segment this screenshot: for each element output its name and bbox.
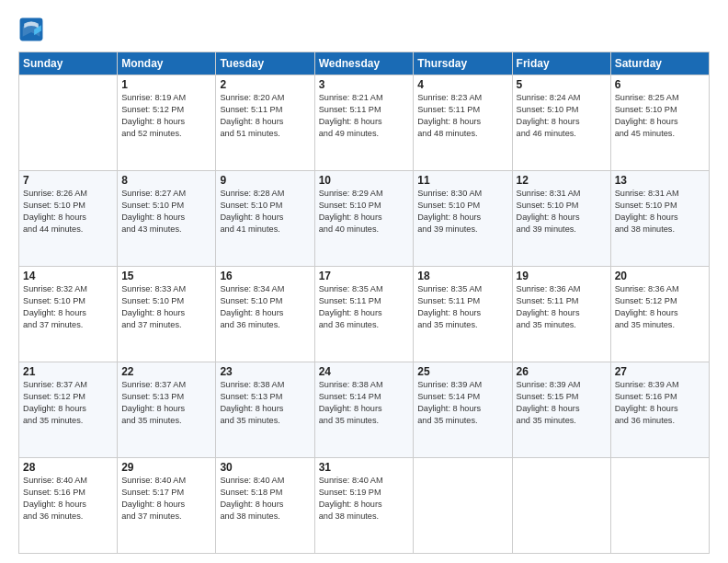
calendar-week-5: 28Sunrise: 8:40 AM Sunset: 5:16 PM Dayli… <box>19 458 710 554</box>
page: SundayMondayTuesdayWednesdayThursdayFrid… <box>0 0 728 563</box>
day-number: 19 <box>517 270 607 282</box>
calendar-header-friday: Friday <box>512 52 610 75</box>
day-number: 3 <box>319 78 410 91</box>
cell-info: Sunrise: 8:35 AM Sunset: 5:11 PM Dayligh… <box>319 283 410 331</box>
day-number: 9 <box>220 174 310 187</box>
cell-info: Sunrise: 8:25 AM Sunset: 5:10 PM Dayligh… <box>615 92 705 140</box>
calendar-cell: 17Sunrise: 8:35 AM Sunset: 5:11 PM Dayli… <box>314 267 414 362</box>
calendar-cell: 28Sunrise: 8:40 AM Sunset: 5:16 PM Dayli… <box>19 458 118 554</box>
cell-info: Sunrise: 8:40 AM Sunset: 5:16 PM Dayligh… <box>23 475 113 523</box>
day-number: 29 <box>121 461 211 474</box>
calendar-cell <box>19 75 118 171</box>
day-number: 10 <box>319 174 410 187</box>
calendar-cell: 15Sunrise: 8:33 AM Sunset: 5:10 PM Dayli… <box>118 267 216 362</box>
calendar-cell: 18Sunrise: 8:35 AM Sunset: 5:11 PM Dayli… <box>414 267 512 362</box>
cell-info: Sunrise: 8:34 AM Sunset: 5:10 PM Dayligh… <box>220 283 310 331</box>
calendar-cell: 1Sunrise: 8:19 AM Sunset: 5:12 PM Daylig… <box>118 75 216 171</box>
calendar-cell: 31Sunrise: 8:40 AM Sunset: 5:19 PM Dayli… <box>314 458 414 554</box>
calendar-header-tuesday: Tuesday <box>216 52 314 75</box>
cell-info: Sunrise: 8:27 AM Sunset: 5:10 PM Dayligh… <box>121 188 211 236</box>
calendar-cell: 4Sunrise: 8:23 AM Sunset: 5:11 PM Daylig… <box>414 75 512 171</box>
calendar-header-sunday: Sunday <box>19 52 118 75</box>
calendar-week-3: 14Sunrise: 8:32 AM Sunset: 5:10 PM Dayli… <box>19 267 710 362</box>
cell-info: Sunrise: 8:37 AM Sunset: 5:12 PM Dayligh… <box>23 379 113 427</box>
day-number: 5 <box>517 78 607 91</box>
cell-info: Sunrise: 8:28 AM Sunset: 5:10 PM Dayligh… <box>220 188 310 236</box>
calendar-cell <box>512 458 610 554</box>
calendar-cell: 6Sunrise: 8:25 AM Sunset: 5:10 PM Daylig… <box>610 75 709 171</box>
calendar-header-thursday: Thursday <box>414 52 512 75</box>
calendar-cell: 20Sunrise: 8:36 AM Sunset: 5:12 PM Dayli… <box>610 267 709 362</box>
day-number: 2 <box>220 78 310 91</box>
day-number: 31 <box>319 461 410 474</box>
cell-info: Sunrise: 8:30 AM Sunset: 5:10 PM Dayligh… <box>417 188 507 236</box>
calendar-cell: 19Sunrise: 8:36 AM Sunset: 5:11 PM Dayli… <box>512 267 610 362</box>
calendar-cell: 25Sunrise: 8:39 AM Sunset: 5:14 PM Dayli… <box>414 362 512 458</box>
calendar-cell <box>414 458 512 554</box>
cell-info: Sunrise: 8:40 AM Sunset: 5:18 PM Dayligh… <box>220 475 310 523</box>
logo-icon <box>18 17 44 42</box>
calendar-cell: 12Sunrise: 8:31 AM Sunset: 5:10 PM Dayli… <box>512 171 610 267</box>
calendar-cell: 14Sunrise: 8:32 AM Sunset: 5:10 PM Dayli… <box>19 267 118 362</box>
calendar-week-4: 21Sunrise: 8:37 AM Sunset: 5:12 PM Dayli… <box>19 362 710 458</box>
cell-info: Sunrise: 8:33 AM Sunset: 5:10 PM Dayligh… <box>121 283 211 331</box>
cell-info: Sunrise: 8:32 AM Sunset: 5:10 PM Dayligh… <box>23 283 113 331</box>
calendar-cell: 26Sunrise: 8:39 AM Sunset: 5:15 PM Dayli… <box>512 362 610 458</box>
calendar-cell: 2Sunrise: 8:20 AM Sunset: 5:11 PM Daylig… <box>216 75 314 171</box>
day-number: 14 <box>23 270 113 282</box>
calendar-cell: 10Sunrise: 8:29 AM Sunset: 5:10 PM Dayli… <box>314 171 414 267</box>
calendar-week-2: 7Sunrise: 8:26 AM Sunset: 5:10 PM Daylig… <box>19 171 710 267</box>
calendar-cell: 22Sunrise: 8:37 AM Sunset: 5:13 PM Dayli… <box>118 362 216 458</box>
cell-info: Sunrise: 8:23 AM Sunset: 5:11 PM Dayligh… <box>417 92 507 140</box>
day-number: 26 <box>517 365 607 378</box>
cell-info: Sunrise: 8:36 AM Sunset: 5:12 PM Dayligh… <box>615 283 705 331</box>
day-number: 30 <box>220 461 310 474</box>
cell-info: Sunrise: 8:39 AM Sunset: 5:14 PM Dayligh… <box>417 379 507 427</box>
day-number: 8 <box>121 174 211 187</box>
day-number: 11 <box>417 174 507 187</box>
calendar-table: SundayMondayTuesdayWednesdayThursdayFrid… <box>18 52 710 554</box>
day-number: 16 <box>220 270 310 282</box>
cell-info: Sunrise: 8:37 AM Sunset: 5:13 PM Dayligh… <box>121 379 211 427</box>
calendar-cell: 8Sunrise: 8:27 AM Sunset: 5:10 PM Daylig… <box>118 171 216 267</box>
cell-info: Sunrise: 8:24 AM Sunset: 5:10 PM Dayligh… <box>517 92 607 140</box>
calendar-header-row: SundayMondayTuesdayWednesdayThursdayFrid… <box>19 52 710 75</box>
cell-info: Sunrise: 8:39 AM Sunset: 5:15 PM Dayligh… <box>517 379 607 427</box>
calendar-cell: 3Sunrise: 8:21 AM Sunset: 5:11 PM Daylig… <box>314 75 414 171</box>
calendar-header-saturday: Saturday <box>610 52 709 75</box>
cell-info: Sunrise: 8:36 AM Sunset: 5:11 PM Dayligh… <box>517 283 607 331</box>
day-number: 13 <box>615 174 705 187</box>
calendar-cell: 11Sunrise: 8:30 AM Sunset: 5:10 PM Dayli… <box>414 171 512 267</box>
day-number: 20 <box>615 270 705 282</box>
calendar-cell: 23Sunrise: 8:38 AM Sunset: 5:13 PM Dayli… <box>216 362 314 458</box>
calendar-cell: 21Sunrise: 8:37 AM Sunset: 5:12 PM Dayli… <box>19 362 118 458</box>
calendar-cell: 24Sunrise: 8:38 AM Sunset: 5:14 PM Dayli… <box>314 362 414 458</box>
day-number: 21 <box>23 365 113 378</box>
cell-info: Sunrise: 8:21 AM Sunset: 5:11 PM Dayligh… <box>319 92 410 140</box>
day-number: 18 <box>417 270 507 282</box>
calendar-cell: 5Sunrise: 8:24 AM Sunset: 5:10 PM Daylig… <box>512 75 610 171</box>
day-number: 24 <box>319 365 410 378</box>
day-number: 28 <box>23 461 113 474</box>
cell-info: Sunrise: 8:35 AM Sunset: 5:11 PM Dayligh… <box>417 283 507 331</box>
calendar-week-1: 1Sunrise: 8:19 AM Sunset: 5:12 PM Daylig… <box>19 75 710 171</box>
header <box>18 17 710 42</box>
calendar-header-wednesday: Wednesday <box>314 52 414 75</box>
cell-info: Sunrise: 8:19 AM Sunset: 5:12 PM Dayligh… <box>121 92 211 140</box>
day-number: 6 <box>615 78 705 91</box>
calendar-header-monday: Monday <box>118 52 216 75</box>
cell-info: Sunrise: 8:38 AM Sunset: 5:13 PM Dayligh… <box>220 379 310 427</box>
cell-info: Sunrise: 8:31 AM Sunset: 5:10 PM Dayligh… <box>517 188 607 236</box>
day-number: 12 <box>517 174 607 187</box>
calendar-cell: 27Sunrise: 8:39 AM Sunset: 5:16 PM Dayli… <box>610 362 709 458</box>
calendar-cell: 13Sunrise: 8:31 AM Sunset: 5:10 PM Dayli… <box>610 171 709 267</box>
cell-info: Sunrise: 8:26 AM Sunset: 5:10 PM Dayligh… <box>23 188 113 236</box>
day-number: 22 <box>121 365 211 378</box>
cell-info: Sunrise: 8:38 AM Sunset: 5:14 PM Dayligh… <box>319 379 410 427</box>
day-number: 25 <box>417 365 507 378</box>
cell-info: Sunrise: 8:20 AM Sunset: 5:11 PM Dayligh… <box>220 92 310 140</box>
logo <box>18 17 48 42</box>
cell-info: Sunrise: 8:39 AM Sunset: 5:16 PM Dayligh… <box>615 379 705 427</box>
day-number: 23 <box>220 365 310 378</box>
day-number: 4 <box>417 78 507 91</box>
